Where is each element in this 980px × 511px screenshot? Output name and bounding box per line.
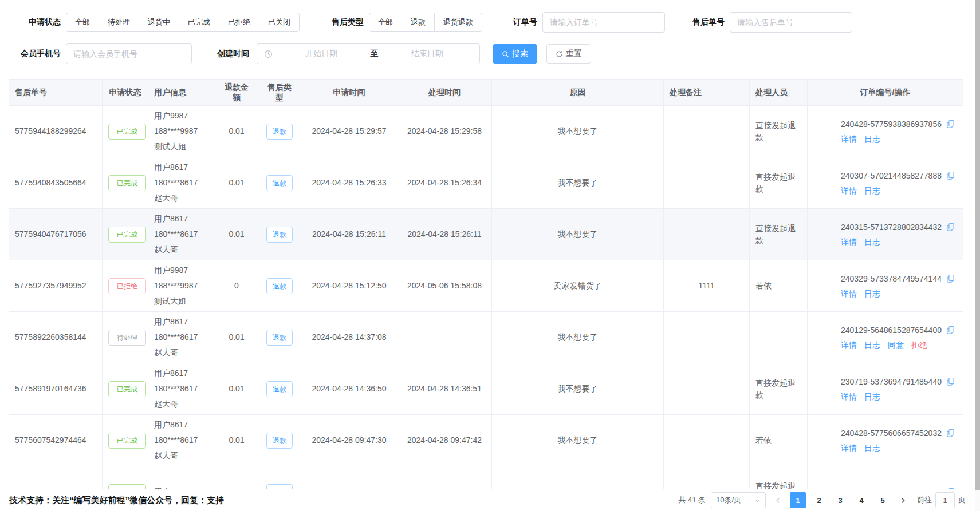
table-row: 5775607542974464已完成用户8617180****8617赵大哥0… bbox=[9, 415, 963, 466]
member-phone-input[interactable] bbox=[66, 43, 192, 64]
search-button[interactable]: 搜索 bbox=[493, 44, 537, 64]
status-badge: 已完成 bbox=[108, 433, 146, 449]
service-no-input[interactable] bbox=[730, 12, 852, 33]
copy-icon[interactable] bbox=[946, 120, 955, 128]
copy-icon[interactable] bbox=[946, 429, 955, 437]
handler-cell: 直接发起退款 bbox=[750, 106, 808, 157]
action-link[interactable]: 日志 bbox=[864, 390, 880, 403]
action-link[interactable]: 同意 bbox=[888, 338, 904, 352]
type-badge: 退款 bbox=[266, 278, 293, 294]
apply-status-option[interactable]: 全部 bbox=[66, 13, 99, 32]
order-no-input[interactable] bbox=[542, 12, 665, 33]
order-number: 240307-5702144858277888 bbox=[841, 169, 942, 183]
remark-cell bbox=[664, 312, 750, 363]
action-link[interactable]: 详情 bbox=[841, 390, 857, 403]
apply-status-option[interactable]: 已完成 bbox=[179, 13, 219, 32]
apply-status-option[interactable]: 已关闭 bbox=[259, 13, 300, 32]
date-range-separator: 至 bbox=[367, 49, 382, 59]
reason-cell: 我不想要了 bbox=[492, 157, 664, 209]
status-badge: 已完成 bbox=[108, 381, 146, 397]
reason-cell: 我不想要了 bbox=[492, 209, 664, 260]
reset-button[interactable]: 重置 bbox=[546, 44, 591, 64]
remark-cell bbox=[664, 363, 750, 415]
goto-page-input[interactable] bbox=[935, 492, 955, 508]
refund-amount-cell: 0.01 bbox=[215, 312, 258, 363]
service-type-option[interactable]: 退货退款 bbox=[434, 13, 482, 32]
page-suffix: 页 bbox=[958, 495, 966, 505]
page-number-button[interactable]: 4 bbox=[853, 492, 869, 508]
service-type-cell: 退款 bbox=[258, 209, 301, 260]
action-link[interactable]: 详情 bbox=[841, 132, 857, 146]
action-link[interactable]: 详情 bbox=[841, 235, 857, 249]
apply-status-cell: 已完成 bbox=[103, 363, 148, 415]
action-link[interactable]: 详情 bbox=[841, 287, 857, 300]
action-link[interactable]: 详情 bbox=[841, 184, 857, 197]
handle-time-cell: 2024-04-28 15:26:34 bbox=[397, 157, 492, 209]
apply-status-cell: 已完成 bbox=[103, 209, 148, 260]
member-phone-label: 会员手机号 bbox=[9, 49, 61, 59]
copy-icon[interactable] bbox=[946, 223, 955, 231]
copy-icon[interactable] bbox=[946, 377, 955, 386]
next-page-button[interactable] bbox=[896, 492, 910, 508]
refund-amount-cell: 0.01 bbox=[215, 363, 258, 415]
table-row: 5775892260358144待处理用户8617180****8617赵大哥0… bbox=[9, 312, 963, 363]
page-size-select[interactable]: 10条/页 bbox=[711, 492, 766, 508]
action-link[interactable]: 日志 bbox=[864, 132, 880, 146]
table-header-row: 售后单号申请状态用户信息退款金额售后类型申请时间处理时间原因处理备注处理人员订单… bbox=[9, 80, 963, 106]
copy-icon[interactable] bbox=[946, 326, 955, 334]
handler-cell: 直接发起退款 bbox=[750, 363, 808, 415]
column-header: 处理备注 bbox=[664, 80, 750, 106]
handler-cell: 直接发起退款 bbox=[750, 157, 808, 209]
chevron-down-icon bbox=[754, 497, 761, 504]
service-type-option[interactable]: 退款 bbox=[402, 13, 435, 32]
apply-status-cell: 已完成 bbox=[103, 106, 148, 157]
column-header: 订单编号/操作 bbox=[808, 80, 963, 106]
page-number-button[interactable]: 1 bbox=[790, 492, 806, 508]
user-info-cell: 用户9987188****9987测试大姐 bbox=[148, 106, 215, 157]
magnifier-icon bbox=[502, 50, 509, 58]
type-badge: 退款 bbox=[266, 381, 293, 397]
action-link[interactable]: 拒绝 bbox=[911, 338, 927, 352]
remark-cell bbox=[664, 106, 750, 157]
handler-cell: 直接发起退款 bbox=[750, 209, 808, 260]
page-number-button[interactable]: 5 bbox=[875, 492, 891, 508]
action-link[interactable]: 详情 bbox=[841, 441, 857, 455]
action-link[interactable]: 日志 bbox=[864, 338, 880, 352]
pagination: 共 41 条 10条/页 12345 前往 页 bbox=[678, 492, 966, 508]
action-link[interactable]: 日志 bbox=[864, 235, 880, 249]
end-date-placeholder[interactable]: 结束日期 bbox=[382, 49, 473, 59]
action-link[interactable]: 日志 bbox=[864, 184, 880, 197]
tech-support-text: 技术支持：关注“编写美好前程”微信公众号，回复：支持 bbox=[9, 495, 224, 506]
order-actions-cell: 240307-5702144858277888详情日志 bbox=[808, 157, 963, 209]
column-header: 用户信息 bbox=[148, 80, 215, 106]
refund-amount-cell: 0 bbox=[215, 260, 258, 312]
order-number: 240129-5648615287654400 bbox=[841, 323, 942, 337]
service-type-cell: 退款 bbox=[258, 157, 301, 209]
action-link[interactable]: 日志 bbox=[864, 287, 880, 300]
apply-status-option[interactable]: 已拒绝 bbox=[219, 13, 259, 32]
after-sales-table: 售后单号申请状态用户信息退款金额售后类型申请时间处理时间原因处理备注处理人员订单… bbox=[9, 79, 963, 511]
page-size-value: 10条/页 bbox=[716, 495, 741, 505]
service-number-cell: 5775892260358144 bbox=[9, 312, 103, 363]
order-actions-cell: 240428-5775938386937856详情日志 bbox=[808, 106, 963, 157]
handler-cell bbox=[750, 312, 808, 363]
service-number-cell: 5775607542974464 bbox=[9, 415, 103, 466]
page-number-button[interactable]: 3 bbox=[832, 492, 848, 508]
prev-page-button[interactable] bbox=[771, 492, 785, 508]
action-link[interactable]: 详情 bbox=[841, 338, 857, 352]
copy-icon[interactable] bbox=[946, 274, 955, 283]
apply-time-cell: 2024-04-28 14:36:50 bbox=[301, 363, 397, 415]
page-number-button[interactable]: 2 bbox=[811, 492, 827, 508]
service-type-option[interactable]: 全部 bbox=[369, 13, 402, 32]
apply-status-option[interactable]: 待处理 bbox=[99, 13, 139, 32]
remark-cell: 1111 bbox=[664, 260, 750, 312]
apply-status-option[interactable]: 退货中 bbox=[139, 13, 179, 32]
copy-icon[interactable] bbox=[946, 171, 955, 180]
type-badge: 退款 bbox=[266, 433, 293, 449]
reset-button-label: 重置 bbox=[566, 49, 582, 59]
handle-time-cell: 2024-04-28 09:47:42 bbox=[397, 415, 492, 466]
start-date-placeholder[interactable]: 开始日期 bbox=[276, 49, 367, 59]
scrollbar-thumb[interactable] bbox=[975, 0, 980, 490]
action-link[interactable]: 日志 bbox=[864, 441, 880, 455]
date-range-picker[interactable]: 开始日期 至 结束日期 bbox=[257, 43, 480, 64]
